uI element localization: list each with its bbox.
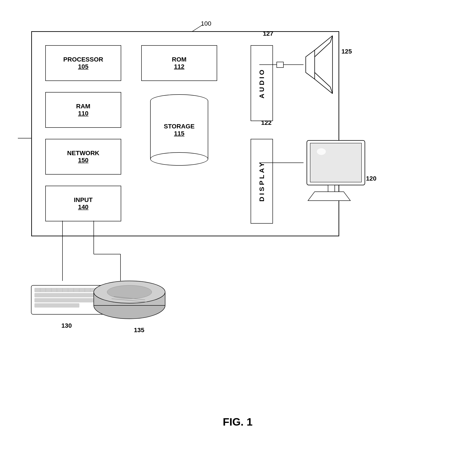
figure-caption: FIG. 1 xyxy=(223,416,252,428)
main-system-box: PROCESSOR 105 RAM 110 NETWORK 150 INPUT … xyxy=(31,31,339,236)
network-label: NETWORK xyxy=(67,150,100,157)
svg-point-43 xyxy=(94,292,165,319)
ram-label: RAM xyxy=(76,103,90,110)
input-label: INPUT xyxy=(74,196,93,203)
svg-rect-31 xyxy=(35,303,79,308)
audio-label: AUDIO xyxy=(258,68,266,98)
storage-cylinder: STORAGE 115 xyxy=(150,94,208,166)
input-ref: 140 xyxy=(78,203,89,211)
audio-block: AUDIO xyxy=(251,45,273,121)
svg-rect-30 xyxy=(35,298,104,302)
main-ref-label: 100 xyxy=(201,20,211,27)
processor-box: PROCESSOR 105 xyxy=(45,45,121,81)
storage-container: STORAGE 115 xyxy=(141,85,217,175)
svg-line-48 xyxy=(112,299,147,302)
processor-ref: 105 xyxy=(78,63,89,70)
network-box: NETWORK 150 xyxy=(45,139,121,175)
router-ref-text: 135 xyxy=(134,327,144,333)
rom-label: ROM xyxy=(172,56,186,63)
svg-rect-29 xyxy=(35,293,104,297)
keyboard-ref-text: 130 xyxy=(61,322,72,329)
speaker-ref-text: 125 xyxy=(342,48,352,55)
input-box: INPUT 140 xyxy=(45,186,121,221)
display-label: DISPLAY xyxy=(258,161,266,202)
storage-label: STORAGE 115 xyxy=(164,123,195,137)
display-block: DISPLAY xyxy=(251,139,273,224)
network-ref: 150 xyxy=(78,157,89,164)
ram-box: RAM 110 xyxy=(45,92,121,128)
processor-label: PROCESSOR xyxy=(63,56,103,63)
svg-point-46 xyxy=(107,285,152,299)
monitor-ref-text: 120 xyxy=(366,175,376,182)
svg-rect-44 xyxy=(94,292,165,305)
cylinder-bottom xyxy=(150,152,208,166)
ram-ref: 110 xyxy=(78,110,89,117)
diagram-container: 100 PROCESSOR 105 RAM 110 NETWORK 150 IN… xyxy=(18,13,458,437)
svg-line-47 xyxy=(114,296,145,300)
svg-rect-27 xyxy=(31,285,107,314)
svg-point-45 xyxy=(94,281,165,303)
rom-ref: 112 xyxy=(174,63,184,70)
rom-box: ROM 112 xyxy=(141,45,217,81)
svg-rect-28 xyxy=(35,288,104,292)
